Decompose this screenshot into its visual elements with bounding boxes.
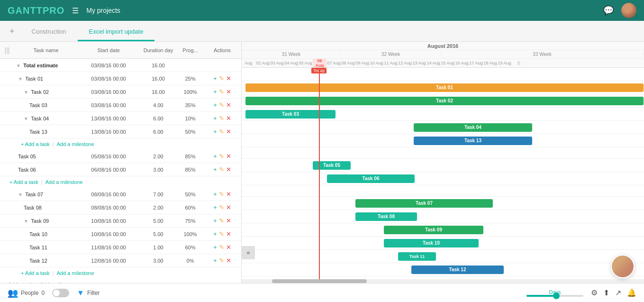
delete-task-icon[interactable]: ✕ [226,204,231,211]
share-icon[interactable]: ⬆ [603,288,609,297]
corner-avatar[interactable] [611,255,635,278]
add-task-icon[interactable]: + [213,244,217,251]
add-task-icon[interactable]: + [213,115,217,122]
day-cell: 13 Aug [412,61,426,65]
edit-task-icon[interactable]: ✎ [219,230,224,238]
gantt-scrollbar[interactable] [242,279,644,283]
gantt-bar-task01[interactable]: Task 01 [245,83,644,92]
delete-task-icon[interactable]: ✕ [226,244,231,251]
zoom-slider[interactable] [526,295,583,297]
gantt-bar-task05[interactable]: Task 05 [313,161,351,170]
expand-icon[interactable]: ▼ [24,116,28,121]
tab-excel-import[interactable]: Excel import update [78,23,155,41]
delete-task-icon[interactable]: ✕ [226,153,231,160]
expand-icon[interactable]: ▼ [24,219,28,224]
add-task-icon[interactable]: + [213,101,217,109]
delete-task-icon[interactable]: ✕ [226,230,231,238]
filter-section[interactable]: ▼ Filter [77,289,100,297]
gantt-bar-task11[interactable]: Task 11 [398,252,436,261]
add-milestone-link[interactable]: Add a milestone [45,179,83,185]
edit-task-icon[interactable]: ✎ [219,128,224,135]
task-progress: 0% [177,258,203,264]
edit-task-icon[interactable]: ✎ [219,204,224,211]
edit-task-icon[interactable]: ✎ [219,191,224,198]
edit-task-icon[interactable]: ✎ [219,88,224,95]
edit-task-icon[interactable]: ✎ [219,75,224,82]
add-task-icon[interactable]: + [213,257,217,264]
gantt-row [242,68,644,81]
delete-task-icon[interactable]: ✕ [226,75,231,82]
expand-icon[interactable]: ▼ [16,63,21,68]
task-actions: + ✎ ✕ [203,230,241,238]
gantt-bar-task07[interactable]: Task 07 [355,199,493,208]
edit-task-icon[interactable]: ✎ [219,217,224,224]
gantt-bar-task09[interactable]: Task 09 [384,226,483,234]
bell-icon[interactable]: 🔔 [627,288,636,297]
gantt-row [242,185,644,197]
add-task-icon[interactable]: + [213,128,217,135]
avatar[interactable] [621,3,636,18]
hamburger-icon[interactable]: ☰ [72,6,79,15]
add-milestone-link[interactable]: Add a milestone [57,141,94,147]
task-start: 03/08/16 00:00 [78,102,139,108]
delete-task-icon[interactable]: ✕ [226,191,231,198]
edit-task-icon[interactable]: ✎ [219,153,224,160]
gantt-bar-task13[interactable]: Task 13 [414,137,532,145]
expand-icon[interactable]: ▼ [24,90,28,95]
gantt-bar-task08[interactable]: Task 08 [355,212,417,221]
gantt-bar-task04[interactable]: Task 04 [414,123,532,132]
gantt-bar-task12[interactable]: Task 12 [411,265,504,274]
add-task-icon[interactable]: + [213,230,217,238]
task-name-text: Task 09 [31,218,49,224]
delete-task-icon[interactable]: ✕ [226,101,231,109]
expand-icon[interactable]: ▼ [18,192,23,197]
add-tab-button[interactable]: + [4,22,20,41]
add-row: + Add a task | Add a milestone [0,138,241,150]
export-icon[interactable]: ↗ [615,288,621,297]
delete-task-icon[interactable]: ✕ [226,115,231,122]
logo[interactable]: GANTTPRO [8,5,64,16]
tab-construction[interactable]: Construction [20,23,78,41]
add-task-link[interactable]: + Add a task [9,179,38,185]
delete-task-icon[interactable]: ✕ [226,166,231,173]
add-task-icon[interactable]: + [213,75,217,82]
add-milestone-link[interactable]: Add a milestone [40,282,77,283]
add-task-icon[interactable]: + [213,204,217,211]
gantt-bar-task10[interactable]: Task 10 [384,239,479,247]
tabs-bar: + Construction Excel import update [0,21,644,42]
gantt-panel: August 2016 31 Week 32 Week 33 Week Aug … [242,42,644,283]
settings-icon[interactable]: ⚙ [591,288,598,297]
add-milestone-link[interactable]: Add a milestone [57,270,94,276]
table-row: Task 08 08/08/16 00:00 2.00 60% + ✎ ✕ [0,201,241,214]
delete-task-icon[interactable]: ✕ [226,88,231,95]
gantt-bar-task06[interactable]: Task 06 [327,174,415,183]
add-task-link[interactable]: + Add a task [21,141,50,147]
add-task-icon[interactable]: + [213,191,217,198]
add-task-icon[interactable]: + [213,153,217,160]
task-name-cell: Task 03 [14,102,78,109]
edit-task-icon[interactable]: ✎ [219,244,224,251]
edit-task-icon[interactable]: ✎ [219,257,224,264]
edit-task-icon[interactable]: ✎ [219,101,224,109]
people-toggle[interactable] [52,289,69,297]
add-task-link[interactable]: + Add a task [4,282,33,283]
collapse-gantt-button[interactable]: « [242,246,255,259]
add-task-icon[interactable]: + [213,217,217,224]
gantt-bar-task03[interactable]: Task 03 [245,110,336,119]
scrollbar-thumb[interactable] [272,279,367,283]
month-row: August 2016 [242,42,644,50]
delete-task-icon[interactable]: ✕ [226,128,231,135]
add-task-icon[interactable]: + [213,88,217,95]
add-task-icon[interactable]: + [213,166,217,173]
delete-task-icon[interactable]: ✕ [226,257,231,264]
delete-task-icon[interactable]: ✕ [226,217,231,224]
expand-icon[interactable]: ▼ [18,76,23,82]
add-task-link[interactable]: + Add a task [21,270,50,276]
nav-project-label[interactable]: My projects [86,7,120,14]
edit-task-icon[interactable]: ✎ [219,166,224,173]
gantt-bar-task02[interactable]: Task 02 [245,97,644,105]
edit-task-icon[interactable]: ✎ [219,115,224,122]
task-duration: 6.00 [139,129,177,135]
messages-icon[interactable]: 💬 [603,5,614,16]
slider-thumb[interactable] [553,293,560,299]
